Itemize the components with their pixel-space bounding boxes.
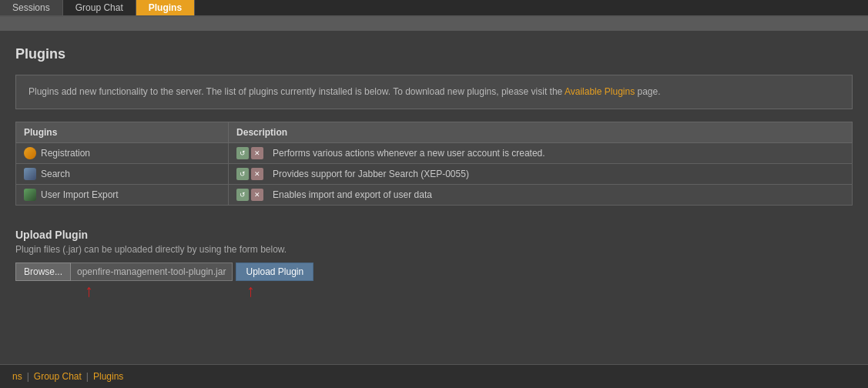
action-icons: ↺ ✕ xyxy=(236,147,263,159)
footer-link-plugins[interactable]: Plugins xyxy=(93,371,123,382)
plugin-desc-cell: ↺ ✕ Provides support for Jabber Search (… xyxy=(229,164,853,185)
footer-link-ns[interactable]: ns xyxy=(12,371,22,382)
table-row: User Import Export ↺ ✕ Enables import an… xyxy=(16,185,853,206)
tab-plugins[interactable]: Plugins xyxy=(136,0,195,15)
plugin-name-cell: Search xyxy=(16,164,229,185)
upload-form: Browse... openfire-management-tool-plugi… xyxy=(15,263,853,281)
registration-icon xyxy=(24,147,36,159)
arrow-upload-indicator: ↑ xyxy=(246,281,255,301)
plugin-desc-registration: Performs various actions whenever a new … xyxy=(273,148,545,159)
plugin-name-search: Search xyxy=(41,169,70,179)
sub-bar xyxy=(0,17,868,31)
action-icons: ↺ ✕ xyxy=(236,189,263,201)
upload-desc-text: Plugin files (.jar) can be uploaded dire… xyxy=(15,244,287,255)
col-description-header: Description xyxy=(229,122,853,143)
delete-icon[interactable]: ✕ xyxy=(251,189,263,201)
action-icons: ↺ ✕ xyxy=(236,168,263,180)
plugin-desc-import-export: Enables import and export of user data xyxy=(273,189,432,200)
reload-icon[interactable]: ↺ xyxy=(236,189,249,201)
plugin-name-registration: Registration xyxy=(41,148,90,159)
footer-link-groupchat[interactable]: Group Chat xyxy=(34,371,82,382)
table-row: Search ↺ ✕ Provides support for Jabber S… xyxy=(16,164,853,185)
footer-sep-2: | xyxy=(86,371,89,382)
top-navigation: Sessions Group Chat Plugins xyxy=(0,0,868,17)
arrow-browse-indicator: ↑ xyxy=(85,281,93,301)
footer-sep-1: | xyxy=(27,371,29,382)
page-title: Plugins xyxy=(15,46,853,62)
plugin-name-cell: User Import Export xyxy=(16,185,229,206)
col-plugins-header: Plugins xyxy=(16,122,229,143)
main-content: Plugins Plugins add new functionality to… xyxy=(0,31,868,370)
search-icon xyxy=(24,168,36,180)
available-plugins-link[interactable]: Available Plugins xyxy=(565,86,635,97)
arrows-row: ↑ ↑ xyxy=(15,281,853,312)
footer: ns | Group Chat | Plugins xyxy=(0,364,868,388)
import-export-icon xyxy=(24,189,36,201)
info-text-2: page. xyxy=(635,86,660,97)
reload-icon[interactable]: ↺ xyxy=(236,168,249,180)
plugin-desc-search: Provides support for Jabber Search (XEP-… xyxy=(273,169,469,179)
upload-section: Upload Plugin Plugin files (.jar) can be… xyxy=(15,221,853,319)
reload-icon[interactable]: ↺ xyxy=(236,147,249,159)
plugins-table: Plugins Description Registration ↺ ✕ xyxy=(15,122,853,206)
delete-icon[interactable]: ✕ xyxy=(251,168,263,180)
info-box: Plugins add new functionality to the ser… xyxy=(15,75,853,109)
delete-icon[interactable]: ✕ xyxy=(251,147,263,159)
info-text-1: Plugins add new functionality to the ser… xyxy=(28,86,565,97)
tab-groupchat[interactable]: Group Chat xyxy=(63,0,136,15)
plugin-name-cell: Registration xyxy=(16,143,229,164)
file-name-display: openfire-management-tool-plugin.jar xyxy=(71,263,233,281)
table-row: Registration ↺ ✕ Performs various action… xyxy=(16,143,853,164)
upload-plugin-button[interactable]: Upload Plugin xyxy=(236,263,313,281)
browse-button[interactable]: Browse... xyxy=(15,263,71,281)
plugin-desc-cell: ↺ ✕ Enables import and export of user da… xyxy=(229,185,853,206)
upload-title: Upload Plugin xyxy=(15,229,853,241)
plugin-desc-cell: ↺ ✕ Performs various actions whenever a … xyxy=(229,143,853,164)
plugin-name-import-export: User Import Export xyxy=(41,189,119,200)
tab-sessions[interactable]: Sessions xyxy=(0,0,63,15)
upload-description: Plugin files (.jar) can be uploaded dire… xyxy=(15,244,853,255)
